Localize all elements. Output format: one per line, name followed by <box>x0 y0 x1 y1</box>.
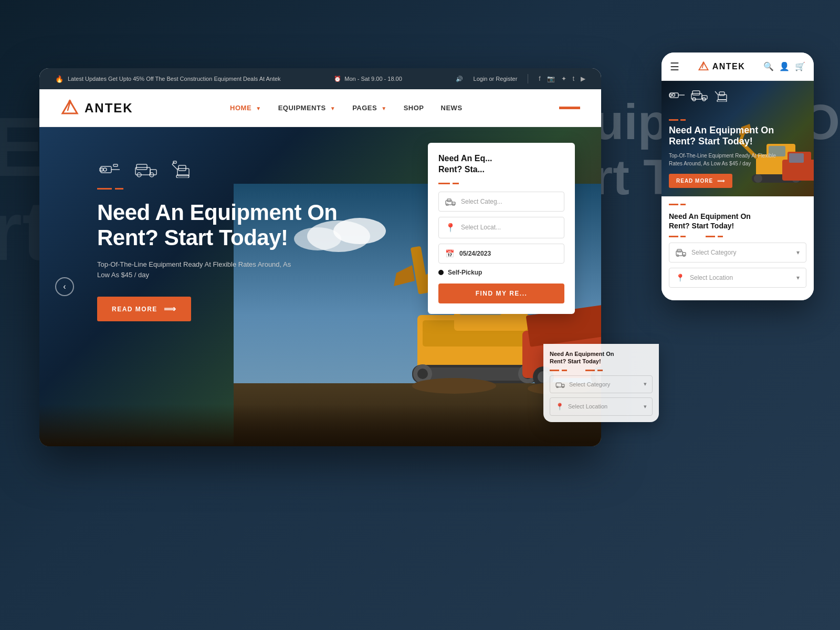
mobile-location-field[interactable]: 📍 Select Location ▾ <box>669 268 806 288</box>
partial-location-chevron: ▾ <box>644 403 647 410</box>
mobile-mockup-partial: Need An Equipment OnRent? Start Today! S… <box>543 344 659 422</box>
partial-location-field[interactable]: 📍 Select Location ▾ <box>550 397 653 416</box>
svg-point-33 <box>103 168 107 171</box>
msw-bar-2 <box>680 204 686 205</box>
nav-news[interactable]: NEWS <box>441 104 463 112</box>
mobile-location-icon: 📍 <box>676 274 685 282</box>
twitter-icon[interactable]: t <box>573 75 574 82</box>
mobile-read-more-button[interactable]: READ MORE ⟹ <box>669 174 732 188</box>
svg-rect-69 <box>692 91 700 95</box>
svg-rect-31 <box>100 168 103 171</box>
svg-rect-64 <box>669 94 671 97</box>
mobile-drill-icon <box>669 88 686 102</box>
partial-bar-1 <box>550 370 559 371</box>
svg-rect-44 <box>173 161 176 163</box>
hero-btn-label: READ MORE <box>112 306 158 313</box>
clock-icon: ⏰ <box>334 76 341 82</box>
hero-prev-button[interactable]: ‹ <box>55 277 74 296</box>
pickup-option: Self-Pickup <box>438 269 564 276</box>
location-field[interactable]: 📍 Select Locat... <box>438 217 564 238</box>
msw-bar-6 <box>718 236 723 237</box>
find-equipment-button[interactable]: FIND MY RE... <box>438 284 564 303</box>
svg-point-28 <box>412 378 496 394</box>
msw-bar-4 <box>680 236 686 237</box>
hamburger-icon[interactable]: ☰ <box>670 60 679 73</box>
navbar: ANTEK HOME ▼ EQUIPMENTS ▼ PAGES ▼ SHOP N… <box>39 89 601 127</box>
mobile-divider-2 <box>680 119 686 121</box>
partial-bar-4 <box>597 370 603 371</box>
msw-bar-3 <box>669 236 678 237</box>
schedule-text: Mon - Sat 9.00 - 18.00 <box>344 76 402 82</box>
divider <box>528 74 528 83</box>
location-placeholder: Select Locat... <box>461 224 558 231</box>
mobile-category-icon <box>676 248 686 257</box>
facebook-icon[interactable]: f <box>539 75 540 82</box>
svg-point-0 <box>69 100 71 102</box>
mobile-navbar: ☰ ANTEK 🔍 👤 🛒 <box>662 52 814 81</box>
svg-rect-73 <box>719 92 724 96</box>
mobile-nav-icons: 🔍 👤 🛒 <box>763 61 805 71</box>
hero-equipment-icons <box>97 159 349 180</box>
partial-title: Need An Equipment OnRent? Start Today! <box>550 350 653 365</box>
location-icon: 📍 <box>445 223 456 233</box>
nav-pages[interactable]: PAGES ▼ <box>352 104 387 112</box>
radio-button[interactable] <box>438 270 444 275</box>
svg-line-42 <box>172 164 177 170</box>
pinterest-icon[interactable]: ✦ <box>561 75 566 82</box>
sw-divider-1 <box>438 183 450 184</box>
date-field[interactable]: 📅 05/24/2023 <box>438 244 564 264</box>
hero-subtitle: Top-Of-The-Line Equipment Ready At Flexi… <box>97 259 297 281</box>
arrow-icon: ⟹ <box>164 304 177 314</box>
excavator-icon <box>169 159 195 180</box>
mobile-search-icon[interactable]: 🔍 <box>763 61 774 71</box>
hero-read-more-button[interactable]: READ MORE ⟹ <box>97 297 191 321</box>
youtube-icon[interactable]: ▶ <box>581 75 585 82</box>
svg-point-17 <box>417 369 428 379</box>
mobile-user-icon[interactable]: 👤 <box>779 61 790 71</box>
mobile-logo-text: ANTEK <box>712 62 746 71</box>
nav-menu: HOME ▼ EQUIPMENTS ▼ PAGES ▼ SHOP NEWS <box>230 104 462 112</box>
nav-equipments[interactable]: EQUIPMENTS ▼ <box>278 104 335 112</box>
svg-rect-30 <box>101 166 111 173</box>
mobile-search-widget: Need An Equipment OnRent? Start Today! S… <box>662 196 814 300</box>
hero-section: ‹ <box>39 127 601 446</box>
sw-divider <box>438 183 564 184</box>
divider-bar-2 <box>115 188 123 190</box>
partial-bar-3 <box>585 370 595 371</box>
msw-bar-1 <box>669 204 678 205</box>
instagram-icon[interactable]: 📷 <box>547 75 555 82</box>
mobile-logo-area: ANTEK <box>698 61 746 72</box>
mobile-hero-icons <box>669 88 730 102</box>
mobile-hero-content: Need An Equipment On Rent? Start Today! … <box>669 119 784 188</box>
partial-category-field[interactable]: Select Category ▾ <box>550 375 653 393</box>
svg-rect-15 <box>417 368 533 381</box>
partial-category-icon <box>555 381 565 388</box>
mobile-sw-title: Need An Equipment OnRent? Start Today! <box>669 212 806 230</box>
mobile-category-field[interactable]: Select Category ▾ <box>669 243 806 262</box>
msw-bar-5 <box>706 236 715 237</box>
category-placeholder: Select Categ... <box>461 198 558 205</box>
mobile-cart-icon[interactable]: 🛒 <box>795 61 805 71</box>
nav-shop[interactable]: SHOP <box>404 104 424 112</box>
drill-icon <box>97 159 123 180</box>
mobile-category-placeholder: Select Category <box>691 249 791 256</box>
promo-text: Latest Updates Get Upto 45% Off The Best… <box>68 76 281 82</box>
msw-div-group-1 <box>669 204 686 205</box>
login-text[interactable]: Login or Register <box>474 76 518 82</box>
desktop-search-widget: Need An Eq...Rent? Sta... Select Categ..… <box>428 143 575 314</box>
msw-dividers <box>669 204 806 205</box>
logo-text: ANTEK <box>85 101 133 116</box>
schedule-section: ⏰ Mon - Sat 9.00 - 18.00 <box>334 76 402 82</box>
date-value: 05/24/2023 <box>459 250 558 257</box>
divider-bar-1 <box>97 188 112 190</box>
pickup-label: Self-Pickup <box>448 269 482 276</box>
logo-area: ANTEK <box>60 99 133 118</box>
category-field[interactable]: Select Categ... <box>438 192 564 212</box>
partial-location-icon: 📍 <box>555 403 564 411</box>
calendar-icon: 📅 <box>445 249 454 258</box>
hero-divider <box>97 188 349 190</box>
msw-div-group-2 <box>669 236 686 237</box>
mobile-hero-divider <box>669 119 784 121</box>
hero-content: Need An Equipment On Rent? Start Today! … <box>97 159 349 321</box>
nav-home[interactable]: HOME ▼ <box>230 104 261 112</box>
